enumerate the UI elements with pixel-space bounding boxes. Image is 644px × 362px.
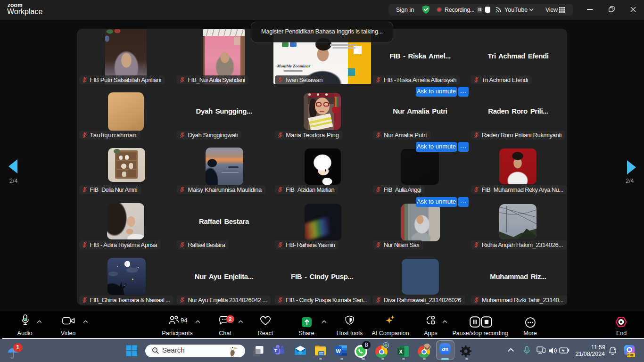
svg-text:X: X <box>399 349 403 354</box>
svg-text:T: T <box>274 348 277 353</box>
svg-text:z: z <box>614 347 616 350</box>
svg-text:W: W <box>336 348 341 354</box>
